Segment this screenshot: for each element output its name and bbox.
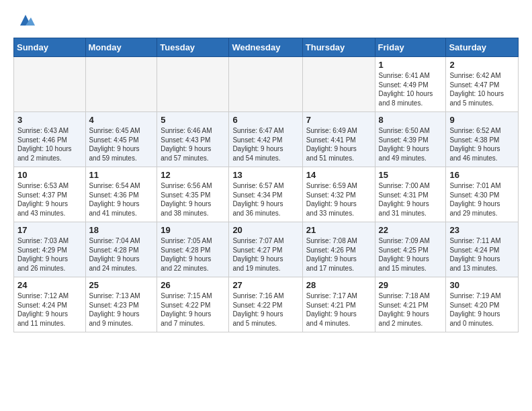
day-info: Sunrise: 6:42 AMSunset: 4:47 PMDaylight:… [449,71,515,107]
day-info: Sunrise: 7:16 AMSunset: 4:22 PMDaylight:… [232,291,298,328]
calendar-cell: 15Sunrise: 7:00 AMSunset: 4:31 PMDayligh… [375,167,446,222]
day-number: 26 [161,280,225,290]
calendar-cell: 29Sunrise: 7:18 AMSunset: 4:21 PMDayligh… [375,277,446,332]
calendar-cell [157,57,229,112]
day-number: 9 [449,115,515,125]
calendar-cell: 2Sunrise: 6:42 AMSunset: 4:47 PMDaylight… [446,57,519,112]
day-info: Sunrise: 6:59 AMSunset: 4:32 PMDaylight:… [306,181,371,218]
day-info: Sunrise: 7:00 AMSunset: 4:31 PMDaylight:… [379,181,443,218]
day-number: 30 [449,280,515,290]
day-info: Sunrise: 6:57 AMSunset: 4:34 PMDaylight:… [232,181,298,218]
day-number: 22 [379,225,443,235]
calendar-week-2: 3Sunrise: 6:43 AMSunset: 4:46 PMDaylight… [14,112,519,167]
day-info: Sunrise: 7:09 AMSunset: 4:25 PMDaylight:… [379,236,443,273]
calendar-cell: 23Sunrise: 7:11 AMSunset: 4:24 PMDayligh… [446,222,519,277]
calendar-cell: 13Sunrise: 6:57 AMSunset: 4:34 PMDayligh… [229,167,302,222]
calendar-cell: 3Sunrise: 6:43 AMSunset: 4:46 PMDaylight… [14,112,86,167]
day-info: Sunrise: 7:01 AMSunset: 4:30 PMDaylight:… [449,181,515,218]
day-info: Sunrise: 7:13 AMSunset: 4:23 PMDaylight:… [89,291,154,328]
calendar-cell: 12Sunrise: 6:56 AMSunset: 4:35 PMDayligh… [157,167,229,222]
weekday-header-thursday: Thursday [302,38,375,57]
day-number: 21 [306,225,371,235]
day-info: Sunrise: 6:52 AMSunset: 4:38 PMDaylight:… [449,126,515,163]
calendar-header-row: SundayMondayTuesdayWednesdayThursdayFrid… [14,38,519,57]
page: SundayMondayTuesdayWednesdayThursdayFrid… [0,0,532,339]
header [13,11,519,30]
day-number: 8 [379,115,443,125]
day-info: Sunrise: 6:47 AMSunset: 4:42 PMDaylight:… [232,126,298,163]
day-number: 13 [232,170,298,180]
calendar-cell: 18Sunrise: 7:04 AMSunset: 4:28 PMDayligh… [85,222,157,277]
logo [13,11,35,30]
logo-icon [16,11,35,30]
day-info: Sunrise: 7:08 AMSunset: 4:26 PMDaylight:… [306,236,371,273]
calendar-cell: 26Sunrise: 7:15 AMSunset: 4:22 PMDayligh… [157,277,229,332]
calendar-cell [85,57,157,112]
weekday-header-friday: Friday [375,38,446,57]
calendar-week-5: 24Sunrise: 7:12 AMSunset: 4:24 PMDayligh… [14,277,519,332]
day-number: 20 [232,225,298,235]
day-number: 1 [379,60,443,70]
day-number: 5 [161,115,225,125]
calendar-cell [14,57,86,112]
calendar-cell: 10Sunrise: 6:53 AMSunset: 4:37 PMDayligh… [14,167,86,222]
day-number: 18 [89,225,154,235]
day-number: 10 [17,170,82,180]
day-number: 28 [306,280,371,290]
calendar-week-1: 1Sunrise: 6:41 AMSunset: 4:49 PMDaylight… [14,57,519,112]
calendar-cell: 24Sunrise: 7:12 AMSunset: 4:24 PMDayligh… [14,277,86,332]
day-number: 25 [89,280,154,290]
calendar-cell: 4Sunrise: 6:45 AMSunset: 4:45 PMDaylight… [85,112,157,167]
calendar-cell: 6Sunrise: 6:47 AMSunset: 4:42 PMDaylight… [229,112,302,167]
day-info: Sunrise: 7:11 AMSunset: 4:24 PMDaylight:… [449,236,515,273]
calendar-cell: 30Sunrise: 7:19 AMSunset: 4:20 PMDayligh… [446,277,519,332]
day-info: Sunrise: 6:41 AMSunset: 4:49 PMDaylight:… [379,71,443,107]
day-info: Sunrise: 6:49 AMSunset: 4:41 PMDaylight:… [306,126,371,163]
calendar-cell: 17Sunrise: 7:03 AMSunset: 4:29 PMDayligh… [14,222,86,277]
calendar-cell [302,57,375,112]
day-number: 12 [161,170,225,180]
day-info: Sunrise: 7:15 AMSunset: 4:22 PMDaylight:… [161,291,225,328]
day-info: Sunrise: 6:43 AMSunset: 4:46 PMDaylight:… [17,126,82,163]
day-info: Sunrise: 7:03 AMSunset: 4:29 PMDaylight:… [17,236,82,273]
calendar-cell: 1Sunrise: 6:41 AMSunset: 4:49 PMDaylight… [375,57,446,112]
calendar-cell: 19Sunrise: 7:05 AMSunset: 4:28 PMDayligh… [157,222,229,277]
day-info: Sunrise: 7:04 AMSunset: 4:28 PMDaylight:… [89,236,154,273]
day-info: Sunrise: 6:46 AMSunset: 4:43 PMDaylight:… [161,126,225,163]
day-info: Sunrise: 7:19 AMSunset: 4:20 PMDaylight:… [449,291,515,328]
calendar-cell: 21Sunrise: 7:08 AMSunset: 4:26 PMDayligh… [302,222,375,277]
day-number: 11 [89,170,154,180]
day-number: 4 [89,115,154,125]
day-info: Sunrise: 7:05 AMSunset: 4:28 PMDaylight:… [161,236,225,273]
calendar-cell: 16Sunrise: 7:01 AMSunset: 4:30 PMDayligh… [446,167,519,222]
day-number: 19 [161,225,225,235]
calendar-week-4: 17Sunrise: 7:03 AMSunset: 4:29 PMDayligh… [14,222,519,277]
calendar-cell [229,57,302,112]
day-number: 27 [232,280,298,290]
weekday-header-monday: Monday [85,38,157,57]
day-info: Sunrise: 7:12 AMSunset: 4:24 PMDaylight:… [17,291,82,328]
calendar: SundayMondayTuesdayWednesdayThursdayFrid… [13,38,519,332]
day-info: Sunrise: 7:18 AMSunset: 4:21 PMDaylight:… [379,291,443,328]
day-number: 6 [232,115,298,125]
day-number: 14 [306,170,371,180]
day-info: Sunrise: 7:17 AMSunset: 4:21 PMDaylight:… [306,291,371,328]
calendar-cell: 8Sunrise: 6:50 AMSunset: 4:39 PMDaylight… [375,112,446,167]
calendar-cell: 28Sunrise: 7:17 AMSunset: 4:21 PMDayligh… [302,277,375,332]
day-number: 29 [379,280,443,290]
calendar-week-3: 10Sunrise: 6:53 AMSunset: 4:37 PMDayligh… [14,167,519,222]
weekday-header-saturday: Saturday [446,38,519,57]
day-info: Sunrise: 6:53 AMSunset: 4:37 PMDaylight:… [17,181,82,218]
day-info: Sunrise: 6:45 AMSunset: 4:45 PMDaylight:… [89,126,154,163]
day-number: 24 [17,280,82,290]
calendar-cell: 25Sunrise: 7:13 AMSunset: 4:23 PMDayligh… [85,277,157,332]
day-number: 23 [449,225,515,235]
day-info: Sunrise: 6:50 AMSunset: 4:39 PMDaylight:… [379,126,443,163]
day-info: Sunrise: 7:07 AMSunset: 4:27 PMDaylight:… [232,236,298,273]
weekday-header-wednesday: Wednesday [229,38,302,57]
calendar-cell: 7Sunrise: 6:49 AMSunset: 4:41 PMDaylight… [302,112,375,167]
calendar-cell: 20Sunrise: 7:07 AMSunset: 4:27 PMDayligh… [229,222,302,277]
calendar-cell: 11Sunrise: 6:54 AMSunset: 4:36 PMDayligh… [85,167,157,222]
weekday-header-tuesday: Tuesday [157,38,229,57]
day-number: 2 [449,60,515,70]
